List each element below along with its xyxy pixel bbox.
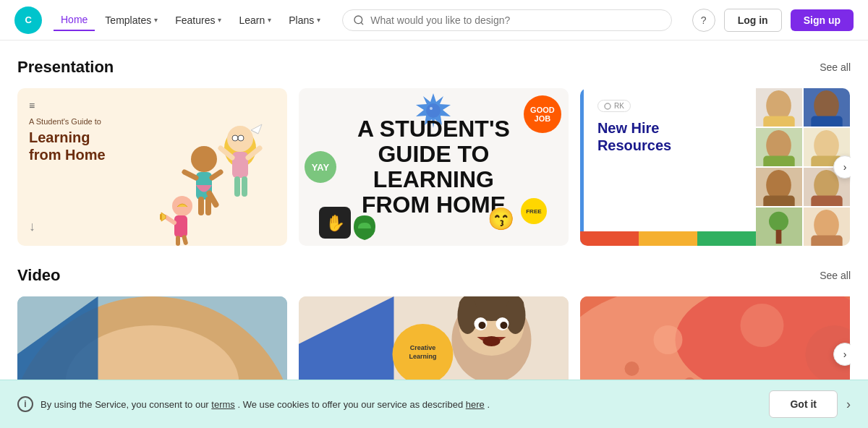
card2-title: A STUDENT'SGUIDE TOLEARNINGFROM HOME xyxy=(336,116,532,218)
svg-rect-20 xyxy=(174,215,187,237)
main-content: Presentation See all ≡ A Student's Guide… xyxy=(0,40,868,412)
green-shape-sticker xyxy=(351,213,378,240)
svg-rect-45 xyxy=(776,230,782,244)
cookie-right: Got it › xyxy=(769,390,851,418)
svg-rect-22 xyxy=(160,214,162,220)
learn-chevron-icon: ▾ xyxy=(268,16,271,24)
presentation-title: Presentation xyxy=(17,58,114,77)
svg-rect-35 xyxy=(811,116,842,127)
video-carousel-next-button[interactable]: › xyxy=(833,343,851,366)
presentation-section: Presentation See all ≡ A Student's Guide… xyxy=(17,58,851,246)
person-cell-8 xyxy=(804,207,850,246)
presentation-cards: ≡ A Student's Guide to Learningfrom Home… xyxy=(17,88,851,246)
svg-point-12 xyxy=(191,146,217,172)
color-blocks xyxy=(580,231,756,246)
logo-text: C xyxy=(25,14,32,25)
svg-rect-14 xyxy=(198,197,204,215)
templates-chevron-icon: ▾ xyxy=(154,16,158,24)
card1-arrow: ↓ xyxy=(29,219,35,234)
badge-text: RK xyxy=(614,102,624,110)
video-section-header: Video See all xyxy=(17,266,851,285)
nav-plans-label: Plans xyxy=(289,14,314,26)
carousel-next-button[interactable]: › xyxy=(833,155,851,179)
nav-templates-label: Templates xyxy=(105,14,151,26)
person-cell-7 xyxy=(756,207,802,246)
svg-rect-8 xyxy=(234,176,240,197)
person-cell-2 xyxy=(804,88,850,127)
search-icon xyxy=(353,14,365,26)
signup-button[interactable]: Sign up xyxy=(791,9,854,31)
cookie-left: i By using the Service, you consent to o… xyxy=(17,396,490,412)
svg-point-72 xyxy=(653,325,682,354)
svg-point-63 xyxy=(500,322,507,329)
cookie-text: By using the Service, you consent to our… xyxy=(41,399,490,410)
svg-point-75 xyxy=(624,361,639,376)
svg-point-73 xyxy=(740,304,783,347)
presentation-see-all[interactable]: See all xyxy=(820,61,851,73)
svg-point-44 xyxy=(769,212,788,231)
svg-text:Creative: Creative xyxy=(410,344,436,351)
svg-point-28 xyxy=(430,107,433,110)
presentation-card-1[interactable]: ≡ A Student's Guide to Learningfrom Home… xyxy=(17,88,287,246)
video-see-all[interactable]: See all xyxy=(820,270,851,281)
help-button[interactable]: ? xyxy=(692,9,715,32)
svg-line-18 xyxy=(212,172,221,178)
cookie-terms-link[interactable]: terms xyxy=(211,399,235,410)
info-icon: i xyxy=(17,396,33,412)
svg-rect-41 xyxy=(763,196,794,206)
card3-badge: RK xyxy=(597,100,631,112)
svg-point-64 xyxy=(482,336,500,346)
presentation-card-2[interactable]: GOODJOB YAY A STUDENT'SGUIDE TOLEARNINGF… xyxy=(299,88,569,246)
nav-learn[interactable]: Learn ▾ xyxy=(231,10,278,30)
svg-point-0 xyxy=(354,16,362,24)
svg-rect-7 xyxy=(232,152,248,178)
cookie-expand-icon[interactable]: › xyxy=(846,397,851,412)
nav-learn-label: Learn xyxy=(239,14,265,26)
kiss-emoji: 😙 xyxy=(488,206,514,231)
nav-home[interactable]: Home xyxy=(54,9,95,31)
svg-point-58 xyxy=(457,296,477,334)
svg-rect-47 xyxy=(811,236,842,246)
navbar: C Home Templates ▾ Features ▾ Learn ▾ Pl… xyxy=(0,0,868,40)
svg-rect-24 xyxy=(182,234,188,245)
wave-sticker: ✋ xyxy=(319,207,351,239)
plans-chevron-icon: ▾ xyxy=(317,16,320,24)
video-title: Video xyxy=(17,266,61,285)
nav-plans[interactable]: Plans ▾ xyxy=(281,10,328,30)
nav-templates[interactable]: Templates ▾ xyxy=(98,10,165,30)
help-icon: ? xyxy=(701,14,707,26)
login-button[interactable]: Log in xyxy=(724,9,782,32)
free-badge: FREE xyxy=(521,198,547,224)
svg-rect-43 xyxy=(811,196,842,206)
search-bar[interactable] xyxy=(342,9,671,31)
got-it-button[interactable]: Got it xyxy=(769,390,838,418)
svg-text:Learning: Learning xyxy=(409,353,436,360)
svg-rect-37 xyxy=(763,156,794,166)
blue-accent xyxy=(580,88,584,246)
nav-features[interactable]: Features ▾ xyxy=(168,10,229,30)
presentation-card-3[interactable]: RK New HireResources xyxy=(580,88,850,246)
cookie-banner: i By using the Service, you consent to o… xyxy=(0,380,868,428)
presentation-section-header: Presentation See all xyxy=(17,58,851,77)
svg-rect-9 xyxy=(242,176,247,197)
svg-text:✋: ✋ xyxy=(325,213,345,233)
good-job-badge: GOODJOB xyxy=(524,95,561,133)
nav-features-label: Features xyxy=(175,14,215,26)
svg-point-62 xyxy=(478,322,485,329)
svg-line-17 xyxy=(184,172,196,178)
person-cell-5 xyxy=(756,168,802,206)
svg-point-31 xyxy=(605,103,610,109)
cookie-here-link[interactable]: here xyxy=(466,399,485,410)
yay-badge: YAY xyxy=(305,151,336,183)
svg-point-6 xyxy=(238,135,244,141)
canva-logo[interactable]: C xyxy=(14,7,42,34)
svg-point-5 xyxy=(232,135,238,141)
person-cell-3 xyxy=(756,128,802,166)
person-cell-1 xyxy=(756,88,802,127)
svg-rect-33 xyxy=(763,116,794,127)
features-chevron-icon: ▾ xyxy=(218,16,221,24)
characters-illustration xyxy=(157,108,287,246)
search-input[interactable] xyxy=(370,14,660,26)
svg-line-21 xyxy=(166,217,174,223)
svg-point-59 xyxy=(505,296,525,334)
